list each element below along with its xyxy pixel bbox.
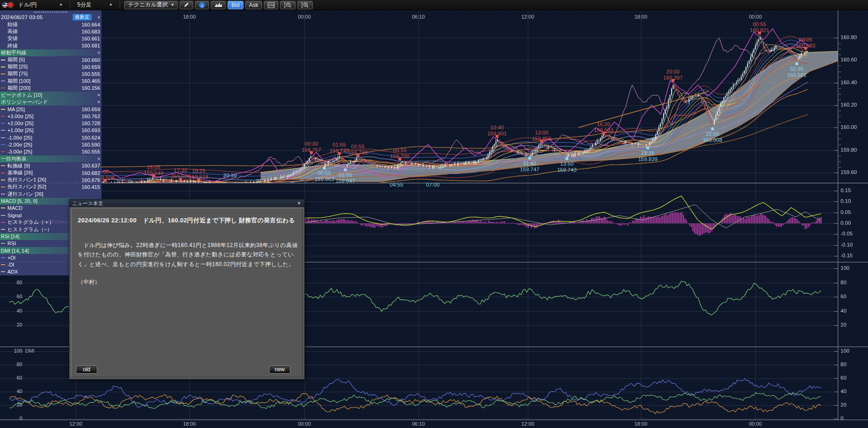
line-color-swatch [1,207,5,208]
bid-button[interactable]: Bid [228,1,243,9]
chevron-down-icon: ▼ [170,3,174,7]
line-color-swatch [1,151,5,152]
line-color-swatch [1,194,5,194]
row-label: 先行スパン2 [52] [7,183,81,190]
line-color-swatch [1,165,5,166]
pencil-icon [183,2,189,8]
row-label: 期間 [25] [7,63,81,70]
row-label: 一目均衡表 [1,155,94,162]
bid-label: Bid [231,2,239,8]
news-signature: （中村） [71,269,303,286]
row-label: +1.00σ [25] [7,127,81,133]
sidebar-indicator-row: 先行スパン1 [26]160.676 [0,176,101,183]
technical-select-label: テクニカル選択 [128,1,168,9]
newer-news-button[interactable]: new [269,365,290,374]
line-color-swatch [1,67,5,67]
row-label: 高値 [7,28,81,35]
row-value: 160.682 [81,170,100,176]
chart-window: 18:0000:0006:1012:0018:0000:0012:0018:00… [0,0,868,428]
mountain-chart-button[interactable] [211,1,226,9]
sidebar-indicator-row: 始値160.664 [0,21,101,28]
ask-label: Ask [249,2,258,8]
row-value: 160.465 [81,78,100,84]
timeframe-select[interactable]: 5分足 ▼ [74,1,115,9]
row-value: 160.664 [81,22,100,27]
line-color-swatch [1,187,5,187]
sidebar-header: 2024/06/27 03:05 最新足 × [0,13,101,21]
sidebar-section: ピークボトム [10]× [0,92,101,99]
row-label: +3.00σ [25] [7,114,81,119]
zoom-out-button[interactable] [280,1,296,9]
candle-display-button[interactable] [264,1,278,9]
sidebar-indicator-row: 遅行スパン [26] [0,191,101,198]
row-label: MA [25] [7,107,81,112]
row-value: 160.676 [81,177,100,183]
row-value: 160.728 [81,120,100,126]
sidebar-indicator-row: 期間 [75]160.555 [0,70,101,77]
older-news-button[interactable]: old [76,365,97,374]
row-label: -1.00σ [25] [7,135,81,140]
close-icon[interactable]: × [97,15,100,20]
line-color-swatch [1,264,5,265]
candle-datetime: 2024/06/27 03:05 [1,14,73,20]
row-label: 期間 [200] [7,85,81,92]
close-icon[interactable]: × [97,93,100,98]
line-color-swatch [1,109,5,110]
chevron-down-icon: ▼ [109,3,113,7]
line-color-swatch [1,137,5,138]
close-icon[interactable]: × [97,50,100,55]
row-value: 160.590 [81,142,100,147]
row-value: 160.555 [81,149,100,154]
draw-pencil-button[interactable] [180,1,193,9]
chevron-down-icon: ▼ [59,3,63,7]
row-value: 160.661 [81,36,100,41]
row-value: 160.555 [81,71,100,77]
row-label: 移動平均線 [1,49,94,56]
sidebar-indicator-row: 終値160.681 [0,42,101,49]
row-value: 160.659 [81,64,100,70]
info-button[interactable]: i [195,1,209,9]
pair-select[interactable]: ドル/円 ▼ [15,1,66,9]
zoom-in-icon [301,2,309,8]
toolbar: ドル/円 ▼ 5分足 ▼ テクニカル選択 ▼ i Bid As [0,0,868,10]
sidebar-indicator-row: +2.00σ [25]160.728 [0,120,101,127]
news-headline: 2024/06/26 22:12:00 ドル円、160.02円付近まで下押し 財… [71,208,303,225]
close-icon[interactable]: × [97,156,100,161]
news-dialog-titlebar[interactable]: ニュース本文 × [69,200,304,207]
sidebar-indicator-row: 期間 [200]160.156 [0,85,101,92]
row-label: -2.00σ [25] [7,142,81,147]
sidebar-drag-handle[interactable] [0,10,101,13]
sidebar-indicator-row: MA [25]160.659 [0,106,101,113]
line-color-swatch [1,116,5,117]
row-label: 期間 [75] [7,70,81,77]
sidebar-section: 移動平均線× [0,49,101,56]
zoom-in-button[interactable] [297,1,313,9]
line-color-swatch [1,123,5,124]
row-value: 160.660 [81,57,100,63]
sidebar-indicator-row: 期間 [5]160.660 [0,56,101,63]
line-color-swatch [1,215,5,216]
line-color-swatch [1,144,5,145]
row-label: 遅行スパン [26] [7,191,100,198]
row-value: 160.681 [81,43,100,48]
news-dialog-body: 2024/06/26 22:12:00 ドル円、160.02円付近まで下押し 財… [71,208,303,377]
sidebar-indicator-row: -2.00σ [25]160.590 [0,141,101,148]
candle-icon [268,2,275,8]
row-value: 160.637 [81,163,100,168]
row-label: 先行スパン1 [26] [7,176,81,183]
line-color-swatch [1,271,5,272]
close-icon[interactable]: × [97,100,100,105]
latest-candle-badge[interactable]: 最新足 [73,14,92,20]
pair-flags [2,2,13,8]
sidebar-indicator-row: 安値160.661 [0,35,101,42]
sidebar-indicator-row: -3.00σ [25]160.555 [0,148,101,155]
zoom-out-icon [284,2,292,8]
technical-select-button[interactable]: テクニカル選択 ▼ [124,1,178,9]
row-label: ピークボトム [10] [1,92,94,99]
mountain-icon [215,2,222,7]
row-value: 160.683 [81,29,100,34]
jp-flag-icon [7,2,13,8]
close-icon[interactable]: × [296,200,302,207]
line-color-swatch [1,130,5,131]
ask-button[interactable]: Ask [245,1,262,9]
